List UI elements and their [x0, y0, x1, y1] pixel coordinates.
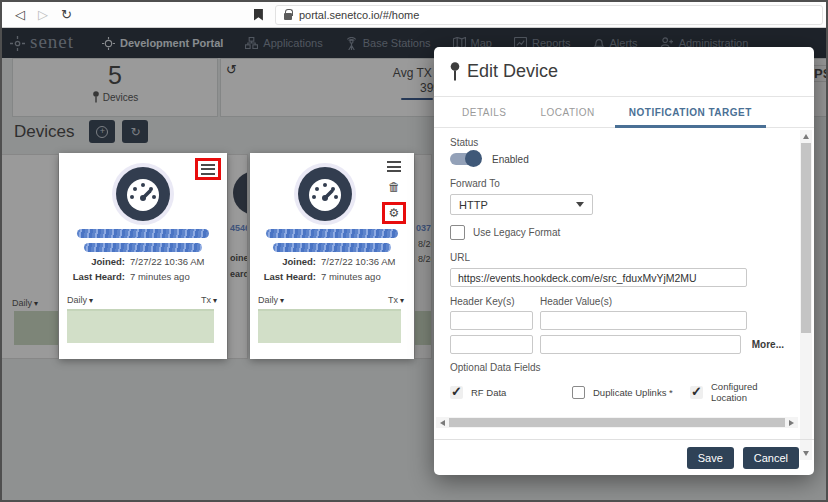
forward-to-label: Forward To: [450, 178, 784, 189]
optional-fields-grid: RF Data Duplicate Uplinks * Configured L…: [450, 381, 784, 414]
option-rf-data[interactable]: RF Data: [450, 381, 572, 403]
checkbox-icon[interactable]: [690, 386, 703, 399]
device-card-2: 🗑 ⚙ Joined:7/27/22 10:36 AM Last Heard:7…: [250, 153, 414, 359]
settings-gear-icon[interactable]: ⚙: [389, 207, 400, 219]
cancel-button[interactable]: Cancel: [743, 447, 799, 469]
joined-label: Joined:: [250, 256, 316, 267]
gauge-icon: [298, 167, 352, 221]
metric-dropdown[interactable]: Tx: [388, 295, 404, 305]
metric-dropdown[interactable]: Tx: [201, 295, 217, 305]
gauge-icon: [116, 167, 170, 221]
scroll-right-icon[interactable]: [789, 420, 794, 426]
modal-header: Edit Device: [434, 47, 814, 97]
scroll-up-icon[interactable]: [803, 134, 809, 139]
option-duplicate-uplinks[interactable]: Duplicate Uplinks *: [572, 381, 690, 403]
chevron-down-icon: [576, 202, 584, 207]
url-text[interactable]: portal.senetco.io/#/home: [299, 9, 419, 21]
last-heard-value: 7 minutes ago: [130, 271, 190, 282]
redacted-device-id: [77, 229, 209, 238]
device-card-1: Joined:7/27/22 10:36 AM Last Heard:7 min…: [59, 153, 227, 359]
status-value: Enabled: [492, 154, 529, 165]
option-configured-location[interactable]: Configured Location: [690, 381, 784, 403]
url-label: URL: [450, 252, 784, 263]
tx-area-chart: [258, 309, 401, 343]
last-heard-label: Last Heard:: [59, 271, 125, 282]
status-toggle[interactable]: [450, 153, 480, 165]
checkbox-icon[interactable]: [572, 386, 585, 399]
header-values-label: Header Value(s): [540, 296, 612, 307]
redacted-device-eui: [273, 243, 391, 252]
joined-value: 7/27/22 10:36 AM: [321, 256, 395, 267]
option-label: Duplicate Uplinks *: [593, 387, 673, 398]
tab-details[interactable]: DETAILS: [462, 97, 506, 128]
period-dropdown[interactable]: Daily: [258, 295, 284, 305]
address-bar[interactable]: portal.senetco.io/#/home: [275, 5, 823, 25]
option-label: RF Data: [471, 387, 506, 398]
option-label: Estimated Location *: [711, 412, 784, 414]
scrollbar-thumb[interactable]: [801, 143, 811, 333]
annotation-highlight-menu: [195, 158, 221, 180]
option-label: Configured Location: [711, 381, 784, 403]
joined-value: 7/27/22 10:36 AM: [130, 256, 204, 267]
option-estimated-location[interactable]: Estimated Location *: [690, 412, 784, 414]
header-value-input-2[interactable]: [540, 335, 741, 354]
card-action-icons: 🗑 ⚙: [382, 161, 406, 224]
last-heard-label: Last Heard:: [250, 271, 316, 282]
browser-bar: ◁ ▷ ↻ portal.senetco.io/#/home: [2, 2, 826, 28]
modal-tabs: DETAILS LOCATION NOTIFICATION TARGET: [434, 97, 814, 128]
option-type[interactable]: Type: [450, 412, 572, 414]
optional-fields-label: Optional Data Fields: [450, 362, 784, 373]
bookmark-icon[interactable]: [254, 9, 263, 21]
horizontal-scrollbar[interactable]: [436, 417, 798, 428]
tx-area-chart: [67, 309, 214, 343]
back-icon[interactable]: ◁: [15, 8, 25, 21]
more-link[interactable]: More...: [752, 339, 784, 350]
annotation-highlight-gear: ⚙: [382, 202, 406, 224]
delete-icon[interactable]: 🗑: [388, 181, 400, 193]
header-keys-label: Header Key(s): [450, 296, 540, 307]
option-lora-class[interactable]: LoRa Class: [572, 412, 690, 414]
device-pin-icon: [449, 62, 461, 81]
forward-icon[interactable]: ▷: [38, 8, 48, 21]
header-value-input-1[interactable]: [540, 311, 747, 330]
reload-icon[interactable]: ↻: [61, 8, 72, 21]
screenshot-root: ◁ ▷ ↻ portal.senetco.io/#/home senet Dev…: [0, 0, 828, 502]
forward-to-value: HTTP: [459, 199, 488, 211]
edit-device-modal: Edit Device DETAILS LOCATION NOTIFICATIO…: [434, 47, 814, 475]
gauge-halo: [294, 163, 356, 225]
modal-footer: Save Cancel: [434, 439, 814, 475]
scroll-left-icon[interactable]: [440, 420, 445, 426]
legacy-format-checkbox[interactable]: [450, 225, 465, 240]
joined-label: Joined:: [59, 256, 125, 267]
card-menu-icon[interactable]: [201, 164, 215, 175]
last-heard-value: 7 minutes ago: [321, 271, 381, 282]
checkbox-icon[interactable]: [450, 386, 463, 399]
forward-to-select[interactable]: HTTP: [450, 194, 593, 215]
scrollbar-thumb[interactable]: [449, 418, 785, 427]
header-key-input-2[interactable]: [450, 335, 533, 354]
gauge-halo: [112, 163, 174, 225]
card-menu-icon[interactable]: [387, 161, 401, 172]
legacy-format-label: Use Legacy Format: [473, 227, 560, 238]
header-key-input-1[interactable]: [450, 311, 533, 330]
url-input[interactable]: [450, 268, 747, 287]
tab-notification-target[interactable]: NOTIFICATION TARGET: [629, 97, 752, 128]
lock-icon: [284, 13, 292, 20]
status-label: Status: [450, 137, 784, 148]
redacted-device-id: [266, 229, 398, 238]
modal-title: Edit Device: [467, 61, 558, 82]
tab-location[interactable]: LOCATION: [540, 97, 594, 128]
redacted-device-eui: [84, 243, 202, 252]
vertical-scrollbar[interactable]: [800, 130, 812, 460]
modal-body: Status Enabled Forward To HTTP Use Legac…: [434, 128, 814, 414]
save-button[interactable]: Save: [687, 447, 734, 469]
period-dropdown[interactable]: Daily: [67, 295, 93, 305]
